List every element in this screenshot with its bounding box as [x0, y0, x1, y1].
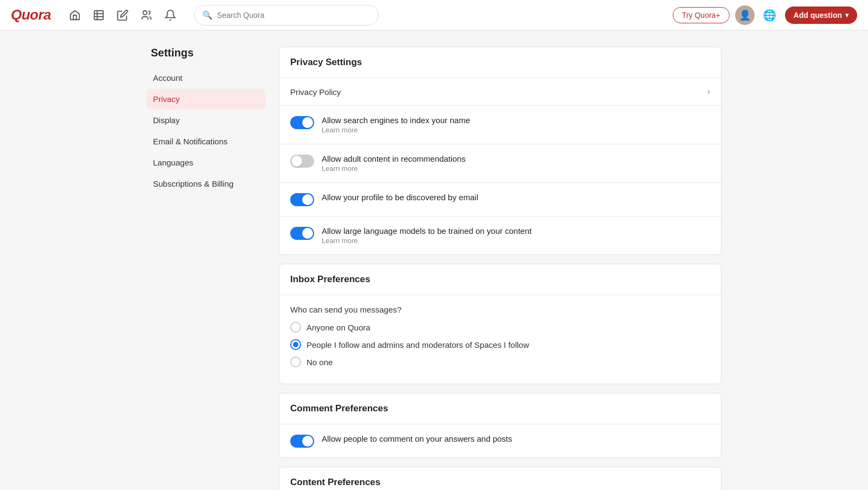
- toggle-text-profile-email: Allow your profile to be discovered by e…: [322, 193, 710, 203]
- learn-more-llm[interactable]: Learn more: [322, 237, 710, 245]
- radio-option-no-one[interactable]: No one: [290, 357, 710, 367]
- messages-radio-group: Who can send you messages? Anyone on Quo…: [279, 295, 721, 384]
- sidebar-item-privacy[interactable]: Privacy: [146, 89, 266, 109]
- inbox-preferences-title: Inbox Preferences: [279, 264, 721, 295]
- toggle-title-llm-training: Allow large language models to be traine…: [322, 226, 710, 236]
- toggle-adult-content[interactable]: [290, 155, 314, 168]
- comment-preferences-title: Comment Preferences: [279, 393, 721, 424]
- learn-more-adult-content[interactable]: Learn more: [322, 164, 710, 173]
- header: Quora 🔍 Try Quora+ 👤 🌐 Add question ▾: [0, 0, 868, 30]
- radio-option-following[interactable]: People I follow and admins and moderator…: [290, 339, 710, 350]
- main-content: Privacy Settings Privacy Policy › Allow …: [279, 47, 722, 490]
- radio-circle-following: [290, 339, 301, 350]
- learn-more-search-engines[interactable]: Learn more: [322, 126, 710, 134]
- messages-question: Who can send you messages?: [290, 305, 710, 314]
- toggle-row-adult-content: Allow adult content in recommendations L…: [279, 144, 721, 183]
- search-input[interactable]: [217, 11, 371, 20]
- edit-icon[interactable]: [112, 4, 133, 26]
- comment-preferences-card: Comment Preferences Allow people to comm…: [279, 393, 722, 458]
- radio-label-no-one: No one: [307, 358, 333, 367]
- sidebar-item-languages[interactable]: Languages: [146, 152, 266, 173]
- radio-label-following: People I follow and admins and moderator…: [307, 340, 529, 349]
- header-right: Try Quora+ 👤 🌐 Add question ▾: [673, 5, 857, 25]
- toggle-text-adult-content: Allow adult content in recommendations L…: [322, 154, 710, 173]
- language-icon[interactable]: 🌐: [760, 5, 780, 25]
- spaces-icon[interactable]: [136, 4, 157, 26]
- radio-label-anyone: Anyone on Quora: [307, 323, 371, 332]
- sidebar-item-display[interactable]: Display: [146, 110, 266, 130]
- sidebar-title: Settings: [146, 47, 266, 59]
- home-icon[interactable]: [64, 4, 86, 26]
- toggle-allow-comments[interactable]: [290, 435, 314, 448]
- try-plus-button[interactable]: Try Quora+: [673, 7, 730, 23]
- quora-logo[interactable]: Quora: [11, 7, 51, 23]
- add-question-button[interactable]: Add question ▾: [785, 7, 857, 24]
- feed-icon[interactable]: [88, 4, 110, 26]
- nav-icons: [64, 4, 181, 26]
- toggle-title-adult-content: Allow adult content in recommendations: [322, 154, 710, 163]
- privacy-settings-title: Privacy Settings: [279, 47, 721, 78]
- toggle-row-llm-training: Allow large language models to be traine…: [279, 217, 721, 254]
- toggle-profile-email[interactable]: [290, 193, 314, 206]
- search-bar[interactable]: 🔍: [194, 5, 379, 26]
- svg-point-4: [143, 10, 147, 14]
- sidebar: Settings Account Privacy Display Email &…: [146, 47, 266, 490]
- toggle-row-profile-email: Allow your profile to be discovered by e…: [279, 183, 721, 217]
- toggle-text-search-engines: Allow search engines to index your name …: [322, 116, 710, 134]
- toggle-row-allow-comments: Allow people to comment on your answers …: [279, 424, 721, 457]
- sidebar-item-account[interactable]: Account: [146, 68, 266, 88]
- avatar[interactable]: 👤: [735, 5, 755, 25]
- content-preferences-title: Content Preferences: [279, 467, 721, 490]
- toggle-row-search-engines: Allow search engines to index your name …: [279, 106, 721, 144]
- chevron-right-icon: ›: [707, 87, 710, 97]
- privacy-policy-row[interactable]: Privacy Policy ›: [279, 78, 721, 106]
- radio-option-anyone[interactable]: Anyone on Quora: [290, 322, 710, 333]
- privacy-settings-card: Privacy Settings Privacy Policy › Allow …: [279, 47, 722, 255]
- search-icon: 🔍: [202, 10, 213, 20]
- content-preferences-card: Content Preferences: [279, 467, 722, 490]
- radio-circle-anyone: [290, 322, 301, 333]
- toggle-title-profile-email: Allow your profile to be discovered by e…: [322, 193, 710, 202]
- privacy-policy-label: Privacy Policy: [290, 87, 341, 97]
- page-body: Settings Account Privacy Display Email &…: [136, 30, 732, 490]
- toggle-text-llm-training: Allow large language models to be traine…: [322, 226, 710, 245]
- toggle-title-search-engines: Allow search engines to index your name: [322, 116, 710, 125]
- notifications-icon[interactable]: [159, 4, 181, 26]
- chevron-down-icon: ▾: [845, 11, 848, 19]
- toggle-title-allow-comments: Allow people to comment on your answers …: [322, 434, 710, 443]
- svg-rect-0: [94, 10, 104, 20]
- radio-circle-no-one: [290, 357, 301, 367]
- toggle-text-allow-comments: Allow people to comment on your answers …: [322, 434, 710, 444]
- sidebar-item-subscriptions-billing[interactable]: Subscriptions & Billing: [146, 174, 266, 194]
- sidebar-item-email-notifications[interactable]: Email & Notifications: [146, 131, 266, 151]
- toggle-search-engines[interactable]: [290, 116, 314, 129]
- inbox-preferences-card: Inbox Preferences Who can send you messa…: [279, 264, 722, 384]
- toggle-llm-training[interactable]: [290, 227, 314, 240]
